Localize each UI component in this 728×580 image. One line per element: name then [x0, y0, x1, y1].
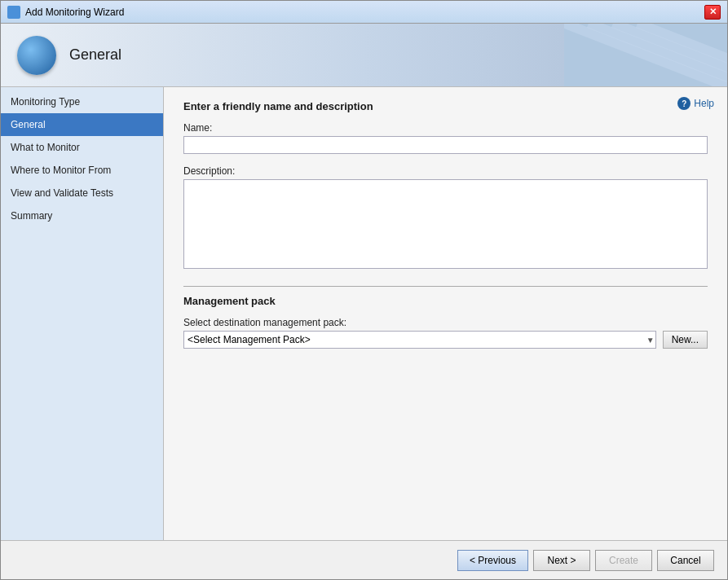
management-pack-title: Management pack: [183, 295, 708, 307]
section-divider: [183, 286, 708, 287]
next-button[interactable]: Next >: [533, 550, 590, 571]
sidebar-item-monitoring-type[interactable]: Monitoring Type: [1, 90, 163, 113]
create-button[interactable]: Create: [595, 550, 652, 571]
wizard-header: General: [1, 24, 727, 87]
select-label: Select destination management pack:: [183, 317, 708, 328]
help-icon: ?: [677, 97, 690, 110]
wizard-window: Add Monitoring Wizard ✕ General Monitori…: [0, 0, 728, 580]
description-textarea[interactable]: [183, 179, 708, 269]
name-input[interactable]: [183, 136, 708, 154]
management-pack-select[interactable]: <Select Management Pack>: [183, 331, 656, 349]
select-group: Select destination management pack: <Sel…: [183, 317, 708, 349]
sidebar-item-general[interactable]: General: [1, 113, 163, 136]
footer: < Previous Next > Create Cancel: [1, 540, 727, 579]
sidebar-item-summary[interactable]: Summary: [1, 204, 163, 227]
title-bar: Add Monitoring Wizard ✕: [1, 1, 727, 24]
previous-button[interactable]: < Previous: [457, 550, 528, 571]
sidebar-item-what-to-monitor[interactable]: What to Monitor: [1, 136, 163, 159]
close-button[interactable]: ✕: [704, 5, 721, 20]
description-label: Description:: [183, 165, 708, 177]
help-link[interactable]: ? Help: [677, 97, 714, 110]
header-icon: [17, 36, 56, 75]
header-title: General: [69, 46, 121, 64]
cancel-button[interactable]: Cancel: [657, 550, 714, 571]
name-label: Name:: [183, 122, 708, 134]
content-area: Monitoring Type General What to Monitor …: [1, 87, 727, 540]
management-pack-row: <Select Management Pack> ▼ New...: [183, 331, 708, 349]
name-group: Name:: [183, 122, 708, 154]
sidebar: Monitoring Type General What to Monitor …: [1, 87, 164, 540]
new-button[interactable]: New...: [663, 331, 708, 349]
section-title: Enter a friendly name and description: [183, 100, 708, 112]
sidebar-item-where-to-monitor[interactable]: Where to Monitor From: [1, 159, 163, 182]
description-group: Description:: [183, 165, 708, 271]
window-title: Add Monitoring Wizard: [25, 7, 704, 18]
sidebar-item-view-validate[interactable]: View and Validate Tests: [1, 182, 163, 204]
main-content: ? Help Enter a friendly name and descrip…: [164, 87, 727, 540]
select-wrapper: <Select Management Pack> ▼: [183, 331, 656, 349]
help-label: Help: [694, 98, 714, 109]
app-icon: [7, 6, 20, 19]
